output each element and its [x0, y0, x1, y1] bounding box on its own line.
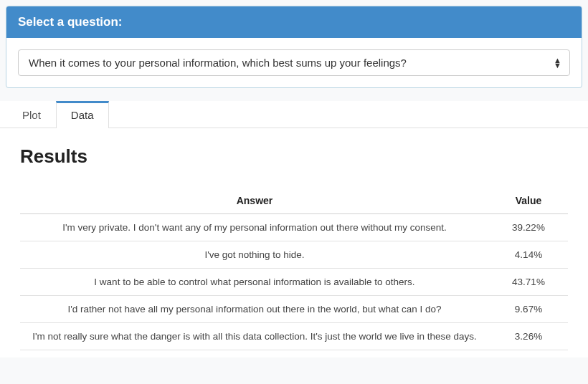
value-cell: 43.71%	[489, 269, 568, 296]
tab-data[interactable]: Data	[56, 101, 109, 128]
panel-body: When it comes to your personal informati…	[6, 38, 582, 87]
answer-cell: I'd rather not have all my personal info…	[20, 296, 489, 323]
results-tbody: I'm very private. I don't want any of my…	[20, 214, 568, 350]
table-row: I've got nothing to hide. 4.14%	[20, 241, 568, 269]
answer-cell: I've got nothing to hide.	[20, 241, 489, 269]
answer-cell: I want to be able to control what person…	[20, 269, 489, 296]
results-heading: Results	[20, 145, 568, 168]
table-row: I'm not really sure what the danger is w…	[20, 323, 568, 350]
table-row: I'd rather not have all my personal info…	[20, 296, 568, 323]
question-select-wrap: When it comes to your personal informati…	[18, 49, 570, 76]
table-row: I'm very private. I don't want any of my…	[20, 214, 568, 241]
answer-cell: I'm very private. I don't want any of my…	[20, 214, 489, 241]
value-cell: 3.26%	[489, 323, 568, 350]
value-cell: 39.22%	[489, 214, 568, 241]
value-cell: 4.14%	[489, 241, 568, 269]
col-header-value: Value	[489, 188, 568, 214]
question-panel: Select a question: When it comes to your…	[6, 6, 582, 88]
panel-title: Select a question:	[6, 6, 582, 38]
results-table: Answer Value I'm very private. I don't w…	[20, 188, 568, 350]
value-cell: 9.67%	[489, 296, 568, 323]
tabs: Plot Data	[0, 101, 588, 128]
table-row: I want to be able to control what person…	[20, 269, 568, 296]
tab-plot[interactable]: Plot	[7, 101, 56, 128]
answer-cell: I'm not really sure what the danger is w…	[20, 323, 489, 350]
results-pane: Results Answer Value I'm very private. I…	[0, 128, 588, 357]
col-header-answer: Answer	[20, 188, 489, 214]
question-select[interactable]: When it comes to your personal informati…	[18, 49, 570, 76]
